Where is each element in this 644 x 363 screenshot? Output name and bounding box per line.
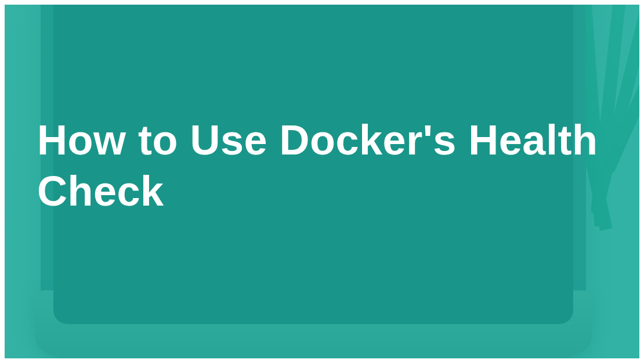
page-title: How to Use Docker's Health Check [37, 115, 621, 217]
